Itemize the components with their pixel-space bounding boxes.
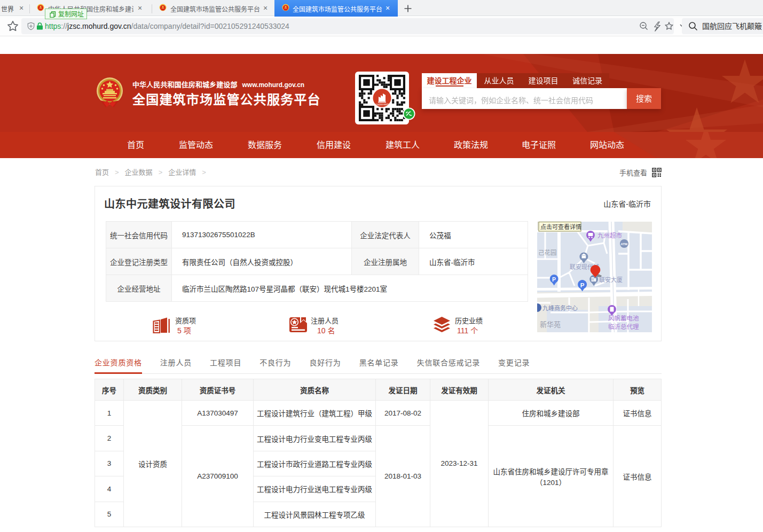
- svg-text:临沂总代理: 临沂总代理: [608, 323, 639, 330]
- svg-text:风帆蓄电池: 风帆蓄电池: [608, 315, 639, 322]
- svg-text:P: P: [580, 282, 585, 288]
- svg-text:己花园: 己花园: [538, 249, 557, 256]
- svg-text:P: P: [552, 276, 556, 283]
- svg-text:全国建筑市场监管: 全国建筑市场监管: [375, 103, 389, 106]
- svg-text:九州超市: 九州超市: [597, 232, 622, 239]
- svg-text:新华苑: 新华苑: [540, 320, 561, 328]
- svg-text:九峰商务中心: 九峰商务中心: [542, 304, 578, 311]
- svg-text:点击可查看详情: 点击可查看详情: [540, 223, 581, 230]
- svg-text:ATM: ATM: [621, 242, 628, 246]
- svg-text:联安大厦: 联安大厦: [599, 276, 623, 283]
